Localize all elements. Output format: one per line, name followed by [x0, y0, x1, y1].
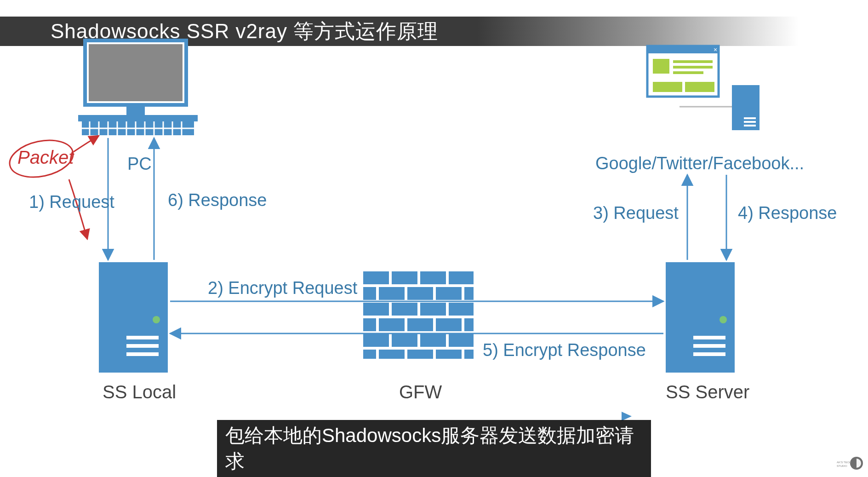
svg-rect-51: [379, 350, 405, 359]
svg-rect-34: [407, 287, 433, 300]
svg-rect-32: [363, 287, 376, 300]
title-bar: Shadowsocks SSR v2ray 等方式运作原理: [0, 17, 868, 46]
svg-rect-45: [464, 318, 474, 331]
pc-label: PC: [127, 154, 152, 174]
svg-rect-31: [449, 271, 474, 284]
ss-local-label: SS Local: [103, 382, 176, 402]
svg-rect-50: [363, 350, 376, 359]
svg-rect-62: [653, 82, 682, 92]
svg-rect-17: [99, 262, 168, 373]
svg-rect-56: [647, 46, 719, 53]
svg-text:STUDIO: STUDIO: [837, 465, 847, 467]
flow-3-label: 3) Request: [593, 203, 679, 223]
svg-rect-46: [363, 334, 389, 347]
svg-rect-29: [392, 271, 417, 284]
svg-rect-52: [407, 350, 433, 359]
svg-rect-37: [363, 303, 389, 316]
gfw-label: GFW: [399, 382, 442, 402]
svg-rect-58: [653, 59, 669, 74]
ss-server-label: SS Server: [666, 382, 749, 402]
svg-rect-43: [407, 318, 433, 331]
packet-annotation: Packet: [17, 147, 74, 168]
svg-rect-49: [449, 334, 474, 347]
services-label: Google/Twitter/Facebook...: [595, 154, 804, 173]
svg-rect-41: [363, 318, 376, 331]
flow-1-label: 1) Request: [29, 192, 114, 212]
svg-rect-2: [126, 105, 145, 115]
svg-rect-20: [126, 344, 159, 348]
svg-rect-47: [392, 334, 417, 347]
flow-5-label: 5) Encrypt Response: [483, 340, 646, 360]
svg-rect-21: [126, 352, 159, 356]
svg-rect-39: [420, 303, 446, 316]
svg-point-18: [153, 316, 160, 323]
flow-6-label: 6) Response: [168, 190, 267, 210]
svg-rect-40: [449, 303, 474, 316]
svg-rect-63: [685, 82, 714, 92]
svg-rect-67: [744, 125, 756, 126]
watermark-logo: AK'S TECH STUDIO: [836, 454, 863, 472]
svg-rect-22: [666, 262, 735, 373]
svg-rect-0: [85, 40, 186, 105]
svg-rect-33: [379, 287, 405, 300]
page-title: Shadowsocks SSR v2ray 等方式运作原理: [51, 18, 438, 45]
services-server-icon: [680, 85, 760, 130]
svg-point-23: [720, 316, 727, 323]
svg-rect-64: [732, 85, 760, 130]
svg-rect-26: [693, 352, 725, 356]
svg-rect-38: [392, 303, 417, 316]
ss-local-icon: [99, 262, 168, 373]
browser-window-icon: ×: [647, 46, 719, 97]
svg-rect-48: [420, 334, 446, 347]
svg-rect-27: [363, 271, 474, 359]
watermark-text: AK'S TECH: [837, 461, 851, 464]
svg-rect-3: [78, 115, 198, 121]
svg-rect-1: [89, 44, 183, 101]
svg-rect-65: [744, 117, 756, 119]
svg-rect-24: [693, 336, 725, 339]
svg-rect-44: [436, 318, 462, 331]
svg-rect-54: [464, 350, 474, 359]
play-icon: [622, 412, 632, 421]
subtitle: 包给本地的Shadowsocks服务器发送数据加密请求: [217, 420, 651, 477]
gfw-wall-icon: [363, 271, 474, 359]
svg-rect-28: [363, 271, 389, 284]
flow-2-label: 2) Encrypt Request: [208, 278, 357, 298]
diagram-canvas: ×: [0, 0, 868, 477]
svg-rect-30: [420, 271, 446, 284]
svg-rect-53: [436, 350, 462, 359]
svg-rect-25: [693, 344, 725, 348]
svg-rect-36: [464, 287, 474, 300]
pc-icon: [78, 40, 198, 135]
svg-rect-19: [126, 336, 159, 339]
svg-rect-66: [744, 121, 756, 123]
flow-4-label: 4) Response: [738, 203, 837, 223]
svg-rect-35: [436, 287, 462, 300]
ss-server-icon: [666, 262, 735, 373]
svg-rect-55: [647, 46, 719, 97]
svg-rect-42: [379, 318, 405, 331]
svg-rect-4: [82, 121, 194, 135]
svg-text:×: ×: [714, 46, 717, 53]
